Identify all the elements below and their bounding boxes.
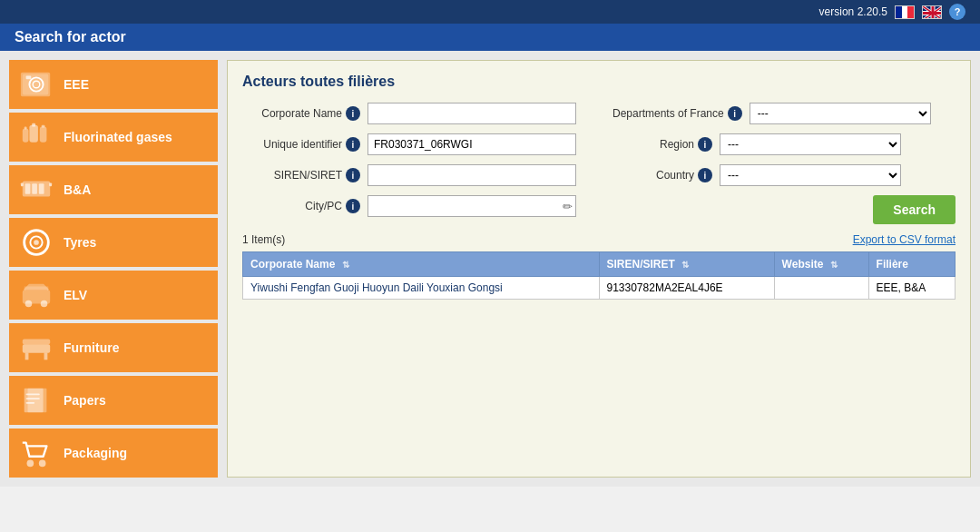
siren-siret-input[interactable]	[368, 164, 576, 186]
svg-rect-23	[39, 183, 44, 193]
website-cell	[774, 277, 868, 300]
sidebar: EEE Fluorinated gases	[9, 60, 218, 478]
sidebar-label-eee: EEE	[64, 77, 89, 92]
flag-gb-icon[interactable]	[922, 5, 942, 19]
svg-rect-33	[23, 344, 50, 353]
sort-icon-corporate-name: ⇅	[342, 260, 349, 270]
results-count: 1 Item(s)	[242, 233, 285, 246]
city-pc-info-icon[interactable]: i	[346, 199, 360, 213]
region-label: Region	[660, 138, 694, 151]
sidebar-item-eee[interactable]: EEE	[9, 60, 218, 109]
svg-rect-24	[21, 182, 24, 186]
eee-icon	[18, 67, 54, 102]
column-siren-siret[interactable]: SIREN/SIRET ⇅	[599, 252, 774, 277]
export-csv-link[interactable]: Export to CSV format	[853, 233, 956, 246]
column-filiere-label: Filière	[877, 258, 908, 271]
column-website[interactable]: Website ⇅	[774, 252, 868, 277]
siren-siret-info-icon[interactable]: i	[346, 168, 360, 182]
sidebar-item-tyres[interactable]: Tyres	[9, 218, 218, 267]
furniture-icon	[18, 330, 54, 365]
siren-siret-label: SIREN/SIRET	[274, 169, 342, 182]
country-select[interactable]: ---	[720, 164, 901, 186]
svg-rect-40	[26, 398, 40, 399]
sidebar-label-tyres: Tyres	[64, 235, 96, 250]
svg-rect-34	[23, 340, 50, 345]
unique-identifier-input[interactable]	[368, 133, 576, 155]
content-title: Acteurs toutes filières	[242, 74, 956, 90]
flag-fr-icon[interactable]	[895, 5, 915, 19]
svg-rect-36	[44, 353, 48, 360]
ba-icon	[18, 172, 54, 207]
column-website-label: Website	[782, 258, 824, 271]
packaging-icon	[18, 436, 54, 470]
tyres-icon	[18, 225, 54, 260]
corporate-name-info-icon[interactable]: i	[346, 106, 360, 121]
sort-icon-website: ⇅	[830, 260, 838, 270]
departments-select[interactable]: ---	[750, 103, 931, 124]
region-select[interactable]: ---	[720, 133, 901, 155]
form-right: Departments of France i --- Region i ---	[612, 103, 956, 233]
svg-rect-41	[26, 402, 34, 404]
country-info-icon[interactable]: i	[698, 168, 712, 182]
results-section: 1 Item(s) Export to CSV format Corporate…	[242, 233, 956, 300]
sort-icon-siren-siret: ⇅	[681, 260, 689, 270]
form-left: Corporate Name i Unique identifier i	[242, 103, 585, 233]
sidebar-item-furniture[interactable]: Furniture	[9, 323, 218, 372]
content-area: Acteurs toutes filières Corporate Name i…	[227, 60, 971, 478]
svg-rect-13	[26, 76, 32, 80]
version-label: version 2.20.5	[819, 5, 887, 18]
sidebar-item-papers[interactable]: Papers	[9, 376, 218, 425]
departments-row: Departments of France i ---	[612, 103, 956, 124]
sidebar-label-packaging: Packaging	[64, 446, 127, 460]
svg-point-42	[27, 460, 34, 468]
svg-rect-35	[25, 353, 29, 360]
city-pc-row: City/PC i ✏	[242, 195, 585, 217]
sidebar-label-fluorinated-gases: Fluorinated gases	[64, 130, 172, 144]
country-label: Country	[656, 169, 694, 182]
unique-identifier-label: Unique identifier	[263, 138, 342, 151]
papers-icon	[18, 383, 54, 418]
sidebar-label-furniture: Furniture	[64, 340, 119, 355]
siren-siret-cell: 91330782MA2EAL4J6E	[599, 277, 774, 300]
country-row: Country i ---	[612, 164, 956, 186]
column-filiere[interactable]: Filière	[868, 252, 955, 277]
svg-point-31	[25, 300, 33, 308]
filiere-cell: EEE, B&A	[868, 277, 955, 300]
unique-identifier-row: Unique identifier i	[242, 133, 585, 155]
help-icon[interactable]: ?	[949, 4, 965, 20]
departments-label: Departments of France	[612, 107, 724, 120]
search-button-row: Search	[612, 195, 956, 224]
svg-rect-17	[42, 125, 45, 128]
svg-point-32	[41, 300, 48, 308]
column-corporate-name[interactable]: Corporate Name ⇅	[243, 252, 600, 277]
departments-info-icon[interactable]: i	[728, 106, 742, 121]
city-pc-label: City/PC	[305, 200, 342, 212]
sidebar-label-papers: Papers	[64, 393, 106, 408]
table-row: Yiwushi Fengfan Guoji Huoyun Daili Youxi…	[243, 277, 956, 300]
sidebar-item-packaging[interactable]: Packaging	[9, 429, 218, 478]
svg-rect-25	[49, 182, 52, 186]
sidebar-item-elv[interactable]: ELV	[9, 271, 218, 320]
table-header-row: Corporate Name ⇅ SIREN/SIRET ⇅ Website ⇅	[243, 252, 956, 277]
corporate-name-row: Corporate Name i	[242, 103, 585, 124]
svg-rect-16	[40, 127, 47, 143]
corporate-name-cell[interactable]: Yiwushi Fengfan Guoji Huoyun Daili Youxi…	[243, 277, 600, 300]
svg-rect-22	[32, 183, 37, 193]
city-pc-input-wrapper: ✏	[368, 195, 576, 217]
elv-icon	[18, 278, 54, 312]
table-header: Corporate Name ⇅ SIREN/SIRET ⇅ Website ⇅	[243, 252, 956, 277]
corporate-name-label: Corporate Name	[261, 107, 342, 120]
sidebar-label-elv: ELV	[64, 288, 87, 302]
region-row: Region i ---	[612, 133, 956, 155]
corporate-name-input[interactable]	[368, 103, 576, 124]
svg-rect-39	[26, 393, 40, 395]
search-button[interactable]: Search	[873, 195, 956, 224]
unique-identifier-info-icon[interactable]: i	[346, 137, 360, 152]
sidebar-item-ba[interactable]: B&A	[9, 165, 218, 214]
page-title: Search for actor	[15, 29, 126, 44]
city-pc-input[interactable]	[368, 195, 576, 217]
region-info-icon[interactable]: i	[698, 137, 712, 152]
column-corporate-name-label: Corporate Name	[250, 258, 335, 271]
sidebar-item-fluorinated-gases[interactable]: Fluorinated gases	[9, 113, 218, 162]
svg-rect-18	[23, 129, 29, 143]
